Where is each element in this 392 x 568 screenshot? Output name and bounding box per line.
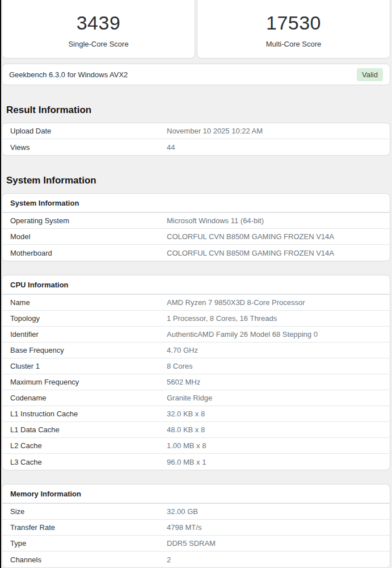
row-value: AMD Ryzen 7 9850X3D 8-Core Processor bbox=[167, 298, 390, 307]
row-value: 48.0 KB x 8 bbox=[167, 425, 390, 434]
row-label: Model bbox=[10, 232, 167, 241]
row-value: 4798 MT/s bbox=[167, 523, 390, 532]
table-row: Views 44 bbox=[2, 139, 390, 155]
multi-core-score-value: 17530 bbox=[266, 12, 321, 34]
table-row: Codename Granite Ridge bbox=[2, 390, 390, 406]
row-value: 44 bbox=[167, 143, 390, 152]
row-label: Identifier bbox=[10, 330, 167, 339]
table-row: Topology 1 Processor, 8 Cores, 16 Thread… bbox=[2, 311, 390, 327]
table-header: CPU Information bbox=[2, 275, 390, 295]
section-tables: System Information Operating System Micr… bbox=[2, 193, 390, 568]
row-value: COLORFUL CVN B850M GAMING FROZEN V14A bbox=[167, 232, 390, 241]
row-value: 1 Processor, 8 Cores, 16 Threads bbox=[167, 314, 390, 323]
row-label: Views bbox=[10, 143, 167, 152]
row-label: Size bbox=[10, 507, 167, 516]
row-value: 96.0 MB x 1 bbox=[167, 458, 390, 466]
table-row: Identifier AuthenticAMD Family 26 Model … bbox=[2, 327, 390, 343]
table-row: Transfer Rate 4798 MT/s bbox=[2, 520, 390, 536]
row-value: DDR5 SDRAM bbox=[167, 539, 390, 548]
table-row: Name AMD Ryzen 7 9850X3D 8-Core Processo… bbox=[2, 295, 390, 311]
result-page: 3439 Single-Core Score 17530 Multi-Core … bbox=[2, 0, 390, 568]
single-core-score-value: 3439 bbox=[77, 12, 121, 34]
row-value: 1.00 MB x 8 bbox=[167, 441, 390, 450]
info-section: Result Information Upload Date November … bbox=[2, 105, 390, 156]
row-label: L3 Cache bbox=[10, 458, 167, 466]
row-label: Maximum Frequency bbox=[10, 378, 167, 386]
row-label: Channels bbox=[10, 556, 167, 564]
table-row: Model COLORFUL CVN B850M GAMING FROZEN V… bbox=[2, 229, 390, 245]
table-header: System Information bbox=[2, 194, 390, 213]
row-label: Motherboard bbox=[10, 249, 167, 257]
row-value: AuthenticAMD Family 26 Model 68 Stepping… bbox=[167, 330, 390, 339]
info-table: Memory Information Size 32.00 GB Transfe… bbox=[2, 484, 390, 568]
table-row: Motherboard COLORFUL CVN B850M GAMING FR… bbox=[2, 245, 390, 261]
single-core-score-card: 3439 Single-Core Score bbox=[2, 0, 195, 59]
section-tables: Upload Date November 10 2025 10:22 AM Vi… bbox=[2, 123, 390, 156]
score-header: 3439 Single-Core Score 17530 Multi-Core … bbox=[2, 0, 390, 59]
table-header: Memory Information bbox=[2, 485, 390, 504]
table-row: Operating System Microsoft Windows 11 (6… bbox=[2, 213, 390, 229]
section-heading: System Information bbox=[6, 175, 390, 186]
row-label: Codename bbox=[10, 394, 167, 402]
table-row: L1 Instruction Cache 32.0 KB x 8 bbox=[2, 406, 390, 422]
info-table: System Information Operating System Micr… bbox=[2, 193, 390, 261]
table-row: Maximum Frequency 5602 MHz bbox=[2, 374, 390, 390]
table-row: Base Frequency 4.70 GHz bbox=[2, 343, 390, 358]
row-label: Type bbox=[10, 539, 167, 548]
row-value: 5602 MHz bbox=[167, 378, 390, 386]
row-label: Name bbox=[10, 298, 167, 307]
table-row: L2 Cache 1.00 MB x 8 bbox=[2, 438, 390, 454]
info-sections: Result Information Upload Date November … bbox=[2, 105, 390, 568]
row-value: 32.0 KB x 8 bbox=[167, 410, 390, 418]
table-row: L3 Cache 96.0 MB x 1 bbox=[2, 454, 390, 470]
row-label: Operating System bbox=[10, 216, 167, 225]
row-label: Topology bbox=[10, 314, 167, 323]
table-rows: Upload Date November 10 2025 10:22 AM Vi… bbox=[2, 123, 390, 155]
multi-core-score-label: Multi-Core Score bbox=[266, 40, 322, 48]
table-rows: Size 32.00 GB Transfer Rate 4798 MT/s Ty… bbox=[2, 504, 390, 567]
row-value: 8 Cores bbox=[167, 362, 390, 370]
page-left-edge bbox=[0, 0, 1, 568]
table-row: Channels 2 bbox=[2, 552, 390, 567]
row-value: COLORFUL CVN B850M GAMING FROZEN V14A bbox=[167, 249, 390, 257]
row-value: Granite Ridge bbox=[167, 394, 390, 402]
info-table: Upload Date November 10 2025 10:22 AM Vi… bbox=[2, 123, 390, 156]
row-label: Transfer Rate bbox=[10, 523, 167, 532]
benchmark-version-bar: Geekbench 6.3.0 for Windows AVX2 Valid bbox=[2, 64, 390, 85]
section-heading: Result Information bbox=[6, 105, 390, 116]
single-core-score-label: Single-Core Score bbox=[68, 40, 128, 48]
info-section: System Information System Information Op… bbox=[2, 175, 390, 568]
valid-status-badge: Valid bbox=[357, 68, 383, 81]
table-rows: Operating System Microsoft Windows 11 (6… bbox=[2, 213, 390, 261]
benchmark-version-text: Geekbench 6.3.0 for Windows AVX2 bbox=[9, 70, 128, 79]
info-table: CPU Information Name AMD Ryzen 7 9850X3D… bbox=[2, 275, 390, 470]
table-row: L1 Data Cache 48.0 KB x 8 bbox=[2, 422, 390, 438]
multi-core-score-card: 17530 Multi-Core Score bbox=[197, 0, 390, 59]
row-label: L1 Data Cache bbox=[10, 425, 167, 434]
table-rows: Name AMD Ryzen 7 9850X3D 8-Core Processo… bbox=[2, 295, 390, 470]
row-label: Cluster 1 bbox=[10, 362, 167, 370]
table-row: Type DDR5 SDRAM bbox=[2, 536, 390, 552]
row-value: 32.00 GB bbox=[167, 507, 390, 516]
row-label: Upload Date bbox=[10, 127, 167, 135]
table-row: Upload Date November 10 2025 10:22 AM bbox=[2, 123, 390, 139]
row-label: L2 Cache bbox=[10, 441, 167, 450]
row-label: Base Frequency bbox=[10, 346, 167, 354]
row-value: 4.70 GHz bbox=[167, 346, 390, 354]
row-label: L1 Instruction Cache bbox=[10, 410, 167, 418]
table-row: Size 32.00 GB bbox=[2, 504, 390, 520]
table-row: Cluster 1 8 Cores bbox=[2, 358, 390, 374]
row-value: 2 bbox=[167, 556, 390, 564]
row-value: Microsoft Windows 11 (64-bit) bbox=[167, 216, 390, 225]
row-value: November 10 2025 10:22 AM bbox=[167, 127, 390, 135]
